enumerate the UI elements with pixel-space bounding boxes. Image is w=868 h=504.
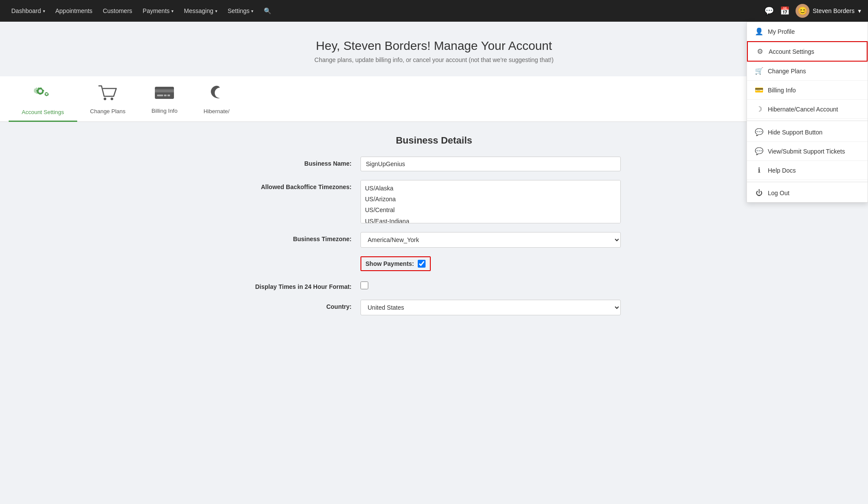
nav-settings[interactable]: Settings ▾ [223, 4, 258, 18]
tab-billing-info[interactable]: Billing Info [138, 78, 190, 121]
timezone-list[interactable]: US/Alaska US/Arizona US/Central US/East-… [360, 180, 621, 223]
user-dropdown-menu: 👤 My Profile ⚙ Account Settings 🛒 Change… [747, 22, 868, 203]
show-payments-label: Show Payments: [366, 260, 414, 267]
cart-icon [98, 84, 117, 105]
info-icon: ℹ [755, 166, 763, 174]
support-icon: 💬 [755, 147, 763, 155]
calendar-icon[interactable]: 📅 [780, 6, 789, 16]
search-icon: 🔍 [264, 7, 271, 14]
chevron-down-icon: ▾ [171, 9, 174, 13]
hero-section: Hey, Steven Borders! Manage Your Account… [0, 22, 868, 76]
tab-change-plans-label: Change Plans [90, 108, 126, 115]
tab-billing-info-label: Billing Info [151, 108, 177, 114]
nav-messaging[interactable]: Messaging ▾ [180, 4, 222, 18]
main-content: Business Details Business Name: Allowed … [239, 135, 629, 315]
moon-icon: ☽ [755, 105, 763, 113]
dropdown-divider-2 [747, 182, 868, 182]
show-payments-checkbox[interactable] [418, 260, 426, 268]
moon-icon [208, 84, 225, 105]
dropdown-log-out[interactable]: ⏻ Log Out [747, 184, 868, 202]
svg-rect-7 [157, 95, 163, 96]
country-label: Country: [248, 300, 360, 310]
svg-point-2 [46, 93, 48, 95]
business-timezone-row: Business Timezone: America/New_York Amer… [248, 232, 621, 248]
chevron-down-icon: ▾ [43, 9, 45, 13]
dropdown-view-tickets[interactable]: 💬 View/Submit Support Tickets [747, 142, 868, 161]
user-icon: 👤 [755, 27, 763, 36]
tab-account-settings[interactable]: Account Settings [9, 76, 77, 122]
user-menu-button[interactable]: 😊 Steven Borders ▾ [796, 4, 861, 18]
svg-rect-5 [155, 87, 174, 99]
gear-icon: ⚙ [756, 47, 764, 56]
avatar: 😊 [796, 4, 809, 18]
timezones-row: Allowed Backoffice Timezones: US/Alaska … [248, 180, 621, 223]
business-name-input[interactable] [360, 157, 621, 171]
nav-right: 💬 📅 😊 Steven Borders ▾ [764, 4, 861, 18]
tab-hibernate[interactable]: Hibernate/ [190, 77, 242, 121]
dropdown-billing-info[interactable]: 💳 Billing Info [747, 81, 868, 100]
hero-subtitle: Change plans, update billing info, or ca… [9, 56, 859, 63]
display-24h-label: Display Times in 24 Hour Format: [248, 280, 360, 290]
nav-dashboard[interactable]: Dashboard ▾ [7, 4, 49, 18]
business-name-label: Business Name: [248, 157, 360, 167]
tab-change-plans[interactable]: Change Plans [77, 77, 139, 121]
svg-rect-6 [155, 89, 174, 92]
show-payments-highlight: Show Payments: [360, 256, 431, 271]
business-timezone-label: Business Timezone: [248, 232, 360, 242]
nav-payments[interactable]: Payments ▾ [138, 4, 178, 18]
chat-icon: 💬 [755, 128, 763, 136]
messages-icon[interactable]: 💬 [764, 6, 774, 16]
country-select[interactable]: United States Canada United Kingdom Aust… [360, 300, 621, 315]
nav-left: Dashboard ▾ Appointments Customers Payme… [7, 4, 764, 18]
svg-rect-9 [167, 95, 170, 96]
svg-rect-8 [164, 95, 167, 96]
timezone-option[interactable]: US/Central [365, 205, 616, 216]
tab-hibernate-label: Hibernate/ [203, 108, 229, 115]
dropdown-account-settings[interactable]: ⚙ Account Settings [747, 41, 868, 62]
credit-card-icon [154, 85, 175, 105]
timezones-label: Allowed Backoffice Timezones: [248, 180, 360, 190]
dropdown-hide-support[interactable]: 💬 Hide Support Button [747, 123, 868, 142]
dropdown-help-docs[interactable]: ℹ Help Docs [747, 161, 868, 180]
gear-icon [32, 83, 54, 106]
display-24h-row: Display Times in 24 Hour Format: [248, 280, 621, 291]
display-24h-checkbox[interactable] [360, 281, 368, 289]
dropdown-change-plans[interactable]: 🛒 Change Plans [747, 62, 868, 81]
dropdown-my-profile[interactable]: 👤 My Profile [747, 22, 868, 41]
country-row: Country: United States Canada United Kin… [248, 300, 621, 315]
nav-search[interactable]: 🔍 [259, 4, 275, 18]
business-timezone-select[interactable]: America/New_York America/Chicago America… [360, 232, 621, 248]
nav-customers[interactable]: Customers [98, 4, 137, 18]
dropdown-hibernate-cancel[interactable]: ☽ Hibernate/Cancel Account [747, 100, 868, 119]
hero-title: Hey, Steven Borders! Manage Your Account [9, 39, 859, 53]
svg-point-1 [39, 89, 42, 93]
credit-card-icon: 💳 [755, 86, 763, 94]
tabs-row: Account Settings Change Plans Billing In… [0, 76, 868, 122]
chevron-down-icon: ▾ [858, 7, 861, 14]
section-title: Business Details [248, 135, 621, 146]
chevron-down-icon: ▾ [251, 9, 253, 13]
dropdown-divider [747, 121, 868, 121]
timezone-option[interactable]: US/Alaska [365, 183, 616, 194]
svg-point-4 [111, 98, 113, 100]
timezone-option[interactable]: US/Arizona [365, 194, 616, 205]
tab-account-settings-label: Account Settings [22, 109, 64, 115]
nav-appointments[interactable]: Appointments [51, 4, 97, 18]
timezone-option[interactable]: US/East-Indiana [365, 216, 616, 223]
logout-icon: ⏻ [755, 189, 763, 197]
cart-icon: 🛒 [755, 67, 763, 75]
timezone-list-inner: US/Alaska US/Arizona US/Central US/East-… [361, 180, 620, 223]
top-navigation: Dashboard ▾ Appointments Customers Payme… [0, 0, 868, 22]
chevron-down-icon: ▾ [215, 9, 217, 13]
business-name-row: Business Name: [248, 157, 621, 171]
svg-point-3 [104, 98, 106, 100]
show-payments-row: Show Payments: [248, 256, 621, 271]
